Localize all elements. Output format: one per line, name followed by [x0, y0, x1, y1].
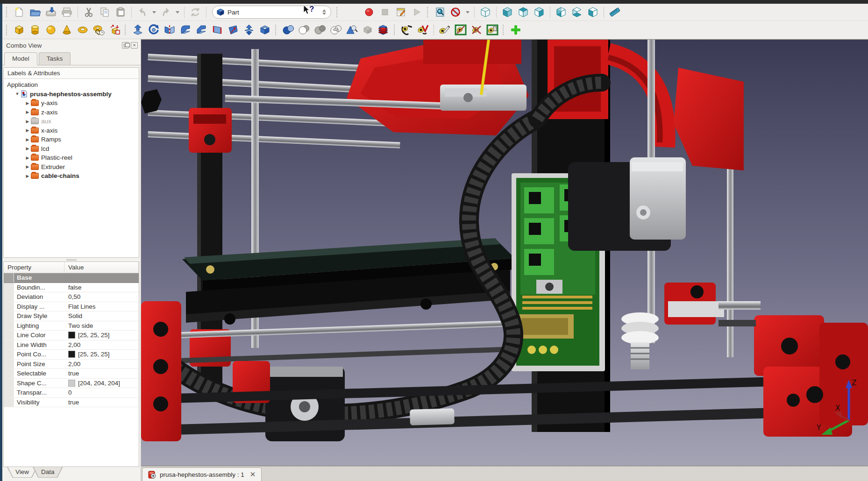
collapsed-arrow-icon[interactable]: ▶	[24, 146, 31, 151]
check-geometry-button[interactable]	[345, 23, 359, 37]
property-row[interactable]: Selectabletrue	[4, 369, 139, 379]
tree-item-cable-chains[interactable]: ▶cable-chains	[4, 171, 139, 181]
collapsed-arrow-icon[interactable]: ▶	[24, 156, 31, 160]
toolbar-grip[interactable]	[6, 7, 9, 17]
combo-view-titlebar[interactable]: Combo View ✕	[2, 39, 141, 51]
view-top-button[interactable]	[516, 5, 530, 19]
view-axonometric-button[interactable]	[478, 5, 492, 19]
property-row[interactable]: Boundin...false	[4, 283, 139, 293]
draw-style-dropdown[interactable]	[466, 11, 470, 14]
view-rear-button[interactable]	[554, 5, 568, 19]
measure-toggle-delta-button[interactable]	[485, 23, 499, 37]
shape-builder-button[interactable]	[107, 23, 121, 37]
toolbar-grip[interactable]	[503, 25, 505, 35]
property-row[interactable]: Line Width2,00	[4, 340, 139, 350]
save-file-button[interactable]	[44, 5, 58, 19]
property-row[interactable]: LightingTwo side	[4, 321, 139, 331]
tree-item-z-axis[interactable]: ▶z-axis	[4, 108, 139, 117]
cylinder-button[interactable]	[28, 23, 42, 37]
tree-item-x-axis[interactable]: ▶x-axis	[4, 126, 139, 135]
measure-toggle-all-button[interactable]	[454, 23, 468, 37]
cross-sections-button[interactable]	[377, 23, 391, 37]
new-file-button[interactable]	[12, 5, 26, 19]
tree-item-y-axis[interactable]: ▶y-axis	[4, 99, 139, 108]
tree-item-lcd[interactable]: ▶lcd	[4, 144, 139, 154]
property-row[interactable]: Shape C...[204, 204, 204]	[4, 379, 139, 389]
tab-data[interactable]: Data	[33, 467, 63, 478]
collapsed-arrow-icon[interactable]: ▶	[24, 110, 31, 114]
property-row[interactable]: Line Color[25, 25, 25]	[4, 331, 139, 340]
copy-button[interactable]	[98, 5, 112, 19]
measure-linear-button[interactable]	[400, 23, 414, 37]
collapsed-arrow-icon[interactable]: ▶	[24, 101, 31, 106]
view-fit-all-button[interactable]	[433, 5, 447, 19]
ruled-surface-button[interactable]	[226, 23, 240, 37]
cut-button[interactable]	[82, 5, 96, 19]
view-left-button[interactable]	[586, 5, 600, 19]
collapsed-arrow-icon[interactable]: ▶	[24, 128, 31, 133]
measure-toggle-3d-button[interactable]	[470, 23, 484, 37]
measure-new-button[interactable]	[509, 23, 523, 37]
expanded-arrow-icon[interactable]: ▼	[14, 92, 21, 96]
boolean-union-button[interactable]	[281, 23, 295, 37]
sphere-button[interactable]	[44, 23, 58, 37]
toolbar-grip[interactable]	[394, 25, 397, 35]
3d-viewport[interactable]: Z Y X	[141, 39, 868, 466]
fillet-button[interactable]	[178, 23, 192, 37]
draw-style-button[interactable]	[449, 5, 463, 19]
tab-model[interactable]: Model	[4, 52, 37, 65]
collapsed-arrow-icon[interactable]: ▶	[24, 137, 31, 142]
property-row[interactable]: Visibilitytrue	[4, 398, 139, 408]
cone-button[interactable]	[60, 23, 74, 37]
box-button[interactable]	[12, 23, 26, 37]
collapsed-arrow-icon[interactable]: ▶	[24, 119, 31, 124]
open-file-button[interactable]	[28, 5, 42, 19]
view-bottom-button[interactable]	[570, 5, 584, 19]
tab-tasks[interactable]: Tasks	[39, 52, 71, 65]
print-button[interactable]	[60, 5, 74, 19]
tree-item-application[interactable]: Application	[4, 80, 139, 90]
collapsed-arrow-icon[interactable]: ▶	[24, 164, 31, 169]
undo-history-dropdown[interactable]	[152, 11, 156, 14]
property-row[interactable]: Draw StyleSolid	[4, 311, 139, 321]
tree-item-extruder[interactable]: ▶Extruder	[4, 163, 139, 172]
float-panel-button[interactable]	[122, 42, 129, 49]
measure-clear-all-button[interactable]	[438, 23, 452, 37]
property-row[interactable]: Point Co...[25, 25, 25]	[4, 350, 139, 360]
tree-item-ramps[interactable]: ▶Ramps	[4, 135, 139, 144]
view-right-button[interactable]	[532, 5, 546, 19]
panel-splitter[interactable]	[2, 258, 141, 262]
property-row[interactable]: Display ...Flat Lines	[4, 302, 139, 312]
measure-angular-button[interactable]	[416, 23, 430, 37]
boolean-common-button[interactable]	[313, 23, 327, 37]
tree-item-document[interactable]: ▼ prusa-hephestos-assembly	[4, 90, 139, 99]
offset-button[interactable]	[242, 23, 256, 37]
property-row[interactable]: Deviation0,50	[4, 292, 139, 302]
collapsed-arrow-icon[interactable]: ▶	[24, 174, 31, 178]
mirror-button[interactable]	[163, 23, 177, 37]
property-group-base[interactable]: Base	[4, 273, 139, 283]
paste-button[interactable]	[114, 5, 128, 19]
toolbar-grip[interactable]	[275, 25, 278, 35]
boolean-cut-button[interactable]	[297, 23, 311, 37]
redo-history-dropdown[interactable]	[176, 11, 179, 14]
tree-item-plastic-reel[interactable]: ▶Plastic-reel	[4, 153, 139, 163]
torus-button[interactable]	[76, 23, 90, 37]
macro-edit-button[interactable]	[394, 5, 408, 19]
document-tab[interactable]: prusa-hephestos-assembly : 1 ✕	[142, 467, 262, 481]
revolve-button[interactable]	[147, 23, 161, 37]
toolbar-grip[interactable]	[125, 25, 128, 35]
workbench-selector-spinner[interactable]	[322, 9, 327, 15]
create-primitives-button[interactable]	[92, 23, 106, 37]
boolean-section-button[interactable]	[329, 23, 343, 37]
tab-view[interactable]: View	[7, 467, 37, 478]
toolbar-grip[interactable]	[427, 7, 430, 17]
make-face-button[interactable]	[210, 23, 224, 37]
property-row[interactable]: Point Size2,00	[4, 360, 139, 369]
close-tab-icon[interactable]: ✕	[250, 470, 256, 479]
toolbar-grip[interactable]	[6, 25, 9, 35]
chamfer-button[interactable]	[194, 23, 208, 37]
close-panel-button[interactable]: ✕	[131, 42, 138, 49]
thickness-button[interactable]	[258, 23, 272, 37]
view-front-button[interactable]	[500, 5, 514, 19]
